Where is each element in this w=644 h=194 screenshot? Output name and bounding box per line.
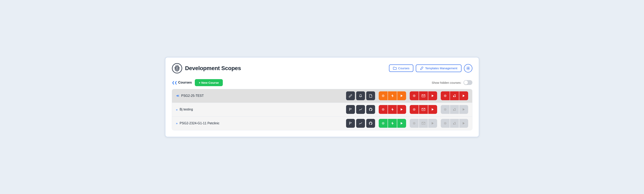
show-hidden-toggle[interactable]	[464, 80, 472, 85]
flag-icon-1	[349, 108, 352, 111]
file-button[interactable]	[366, 91, 375, 100]
settings-icon-button[interactable]	[464, 64, 472, 73]
github-icon-2	[369, 121, 372, 125]
red-dot-button-1[interactable]	[410, 91, 418, 100]
gray-play-button-2[interactable]	[428, 119, 437, 128]
radio-icon-8	[413, 122, 416, 125]
github-button-2[interactable]	[366, 119, 375, 128]
red-mail-button[interactable]	[419, 91, 428, 100]
green-lightning-button[interactable]	[388, 119, 397, 128]
gray-slack-group-2	[441, 119, 468, 128]
gray-play-button-1[interactable]	[459, 105, 468, 114]
gray-dot-button-3[interactable]	[441, 119, 450, 128]
svg-marker-34	[401, 122, 403, 124]
course-row: » PSG2-2324-G1-11 Petclinic	[172, 116, 472, 130]
expand-icon[interactable]: »	[176, 108, 178, 111]
gray-play-button-3[interactable]	[459, 119, 468, 128]
slack-icon-2	[453, 108, 456, 111]
red2-dot-button[interactable]	[379, 105, 388, 114]
red2-play-button[interactable]	[397, 105, 406, 114]
mail-icon-2	[422, 108, 425, 111]
gray-dot-button-2[interactable]	[410, 119, 418, 128]
gray-mail-group	[410, 119, 437, 128]
svg-rect-15	[455, 96, 456, 97]
github-button-1[interactable]	[366, 105, 375, 114]
play-icon-5	[432, 108, 434, 111]
course-name: » Bj testing	[176, 108, 193, 111]
red-mail-group	[410, 91, 437, 100]
templates-management-button[interactable]: Templates Management	[416, 65, 461, 72]
svg-marker-17	[463, 95, 465, 97]
course-actions	[346, 105, 468, 114]
chart-button-2[interactable]	[356, 119, 365, 128]
expand-icon[interactable]: »	[176, 121, 178, 125]
header-left: Development Scopes	[172, 63, 241, 74]
red3-play-button[interactable]	[428, 105, 437, 114]
red-play-button-2[interactable]	[459, 91, 468, 100]
svg-point-2	[176, 68, 178, 69]
courses-expand-icon: ❮❮	[172, 81, 177, 85]
play-icon-6	[462, 108, 465, 111]
svg-rect-16	[453, 97, 455, 97]
svg-point-5	[383, 96, 384, 96]
svg-rect-28	[454, 108, 456, 109]
red-play-button-1[interactable]	[428, 91, 437, 100]
gray-mail-button[interactable]	[419, 119, 428, 128]
course-row: » Bj testing	[172, 103, 472, 116]
green-play-button[interactable]	[397, 119, 406, 128]
svg-marker-6	[401, 95, 403, 97]
course-actions	[346, 119, 468, 128]
svg-point-8	[414, 96, 414, 96]
course-actions	[346, 91, 468, 100]
bell-button[interactable]	[356, 91, 365, 100]
header-right: Courses Templates Management	[389, 64, 472, 73]
red2-lightning-button[interactable]	[388, 105, 397, 114]
svg-point-22	[414, 109, 414, 110]
radio-icon-7	[382, 122, 384, 125]
lightning-icon-2	[391, 108, 394, 111]
orange-lightning-button[interactable]	[388, 91, 397, 100]
play-icon-7	[400, 122, 403, 125]
svg-point-33	[383, 123, 384, 124]
svg-point-40	[445, 123, 446, 124]
gray-dot-button-1[interactable]	[441, 105, 450, 114]
flag-button-2[interactable]	[346, 119, 355, 128]
chart-icon-1	[359, 108, 362, 111]
expand-icon[interactable]: ≪	[176, 94, 179, 97]
file-icon	[369, 94, 372, 97]
folder-icon	[393, 67, 397, 70]
svg-marker-20	[401, 108, 403, 111]
svg-rect-29	[455, 109, 456, 111]
slack-icon-3	[453, 121, 456, 125]
chart-button-1[interactable]	[356, 105, 365, 114]
course-row: ≪ PSG2-25-TEST	[172, 89, 472, 103]
play-icon-3	[462, 95, 465, 97]
green-dot-button[interactable]	[379, 119, 388, 128]
gray-slack-button-1[interactable]	[450, 105, 459, 114]
edit-button[interactable]	[346, 91, 355, 100]
red3-dot-button[interactable]	[410, 105, 418, 114]
red-dot-button-2[interactable]	[441, 91, 450, 100]
svg-rect-42	[454, 122, 456, 123]
radio-icon-4	[382, 108, 384, 111]
svg-point-36	[414, 123, 414, 124]
play-icon-9	[462, 122, 465, 125]
gray-slack-group-1	[441, 105, 468, 114]
orange-action-group	[379, 91, 406, 100]
mail-icon-3	[422, 122, 425, 125]
logo-icon	[172, 63, 182, 74]
play-icon	[400, 95, 403, 97]
courses-table: ≪ PSG2-25-TEST	[172, 89, 472, 130]
show-hidden-courses: Show hidden courses:	[432, 80, 472, 85]
orange-dot-button[interactable]	[379, 91, 388, 100]
svg-rect-30	[453, 110, 455, 111]
orange-play-button[interactable]	[397, 91, 406, 100]
flag-button-1[interactable]	[346, 105, 355, 114]
red3-mail-button[interactable]	[419, 105, 428, 114]
green-lightning-group	[379, 119, 406, 128]
red-slack-button[interactable]	[450, 91, 459, 100]
gray-slack-button-2[interactable]	[450, 119, 459, 128]
course-name: » PSG2-2324-G1-11 Petclinic	[176, 121, 220, 125]
new-course-button[interactable]: + New Course	[195, 79, 223, 86]
courses-button[interactable]: Courses	[389, 65, 414, 72]
